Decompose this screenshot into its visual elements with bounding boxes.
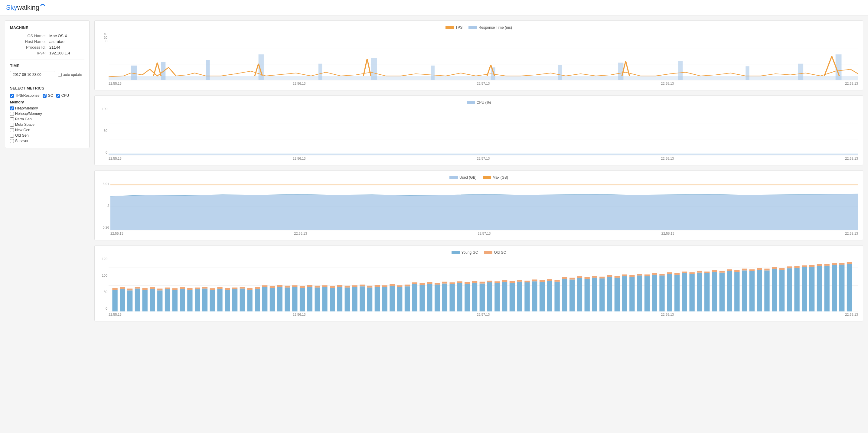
svg-rect-172 <box>629 277 634 311</box>
svg-rect-171 <box>622 275 627 276</box>
svg-rect-113 <box>405 284 410 286</box>
auto-update-checkbox[interactable] <box>58 73 62 77</box>
svg-rect-78 <box>277 287 282 311</box>
memory-newgen-checkbox[interactable] <box>10 128 14 132</box>
svg-rect-10 <box>371 58 377 80</box>
auto-update-label[interactable]: auto update <box>58 72 82 77</box>
memory-noheap[interactable]: Noheap/Memory <box>10 112 84 116</box>
svg-rect-203 <box>742 269 747 270</box>
metrics-section: SELECT METRICS TPS/Response GC CPU Memor… <box>10 86 84 143</box>
gc-chart-container: // This SVG is static representation <box>108 257 858 311</box>
memory-oldgen[interactable]: Old Gen <box>10 133 84 137</box>
svg-rect-175 <box>637 274 642 275</box>
svg-rect-228 <box>839 265 844 311</box>
svg-rect-170 <box>622 276 627 311</box>
machine-label-osname: OS Name: <box>10 33 48 39</box>
svg-rect-50 <box>173 290 178 311</box>
metric-tps-checkbox[interactable] <box>10 94 14 98</box>
svg-rect-212 <box>779 270 784 311</box>
svg-rect-117 <box>420 283 425 285</box>
memory-permgen-checkbox[interactable] <box>10 117 14 121</box>
memory-heap-checkbox[interactable] <box>10 106 14 111</box>
tps-chart-container <box>108 32 858 81</box>
machine-field-ipv4: IPv4: 192.168.1.4 <box>10 50 84 56</box>
svg-rect-100 <box>360 286 365 311</box>
cpu-swatch <box>467 101 475 104</box>
old-gc-legend-label: Old GC <box>494 250 506 255</box>
max-legend-label: Max (GB) <box>493 175 508 180</box>
svg-rect-57 <box>195 287 200 289</box>
svg-rect-174 <box>637 275 642 311</box>
time-section-title: TIME <box>10 63 84 68</box>
svg-rect-167 <box>607 275 612 277</box>
used-legend-label: Used (GB) <box>459 175 477 180</box>
memory-survivor[interactable]: Survivor <box>10 139 84 143</box>
memory-oldgen-checkbox[interactable] <box>10 134 14 137</box>
memory-permgen[interactable]: Perm Gen <box>10 117 84 121</box>
svg-rect-73 <box>255 287 260 289</box>
svg-rect-181 <box>659 274 664 275</box>
old-gc-swatch <box>484 251 492 254</box>
svg-rect-216 <box>794 268 799 311</box>
svg-rect-114 <box>412 284 417 311</box>
svg-rect-118 <box>427 284 432 311</box>
auto-update-text: auto update <box>63 72 82 77</box>
tps-legend-label: TPS <box>456 25 462 30</box>
time-input-row: auto update <box>10 71 84 78</box>
svg-rect-180 <box>659 275 664 311</box>
memory-x-labels: 22:55:13 22:56:13 22:57:13 22:58:13 22:5… <box>111 231 858 235</box>
svg-rect-198 <box>727 271 732 311</box>
memory-heap-label: Heap/Memory <box>15 106 38 111</box>
memory-legend: Used (GB) Max (GB) <box>99 175 858 180</box>
svg-rect-196 <box>719 273 725 311</box>
svg-rect-89 <box>314 286 320 287</box>
svg-rect-227 <box>832 263 837 265</box>
logo-sky: Sky <box>6 4 17 11</box>
svg-rect-11 <box>431 66 435 80</box>
svg-rect-144 <box>524 282 530 311</box>
memory-metaspace[interactable]: Meta Space <box>10 122 84 127</box>
metric-tps-response[interactable]: TPS/Response <box>10 93 40 98</box>
svg-rect-177 <box>645 275 650 276</box>
svg-rect-49 <box>165 287 170 289</box>
memory-survivor-checkbox[interactable] <box>10 139 14 143</box>
metric-gc[interactable]: GC <box>43 93 53 98</box>
svg-rect-52 <box>180 289 185 311</box>
metric-cpu[interactable]: CPU <box>56 93 69 98</box>
svg-rect-145 <box>524 281 530 282</box>
memory-oldgen-label: Old Gen <box>15 133 29 137</box>
svg-rect-185 <box>675 273 680 275</box>
svg-rect-213 <box>779 268 784 270</box>
memory-heap[interactable]: Heap/Memory <box>10 106 84 111</box>
svg-rect-122 <box>442 284 447 311</box>
cpu-legend-label: CPU (%) <box>477 100 491 104</box>
max-swatch <box>483 176 491 179</box>
metric-gc-checkbox[interactable] <box>43 94 46 98</box>
machine-label-hostname: Host Name: <box>10 39 48 44</box>
memory-chart-container <box>111 182 858 230</box>
time-section: TIME auto update <box>10 63 84 78</box>
metric-cpu-checkbox[interactable] <box>56 94 60 98</box>
svg-rect-189 <box>689 272 694 274</box>
memory-newgen[interactable]: New Gen <box>10 128 84 132</box>
svg-rect-207 <box>757 268 762 270</box>
chart-cpu: CPU (%) 100 50 0 <box>94 95 863 165</box>
machine-value-processid: 21144 <box>48 44 84 50</box>
svg-rect-149 <box>539 280 545 282</box>
time-input[interactable] <box>10 71 55 78</box>
svg-rect-163 <box>592 276 597 278</box>
tps-legend: TPS Response Time (ms) <box>99 25 858 30</box>
svg-rect-53 <box>180 287 185 289</box>
memory-noheap-checkbox[interactable] <box>10 112 14 116</box>
metric-cpu-label: CPU <box>61 93 69 98</box>
chart-gc: Young GC Old GC 129 100 50 0 <box>94 245 863 321</box>
machine-field-processid: Process Id: 21144 <box>10 44 84 50</box>
svg-rect-142 <box>517 282 522 311</box>
gc-legend: Young GC Old GC <box>99 250 858 255</box>
svg-rect-157 <box>569 278 575 279</box>
svg-rect-214 <box>787 268 792 311</box>
memory-metaspace-checkbox[interactable] <box>10 123 14 127</box>
svg-rect-74 <box>262 287 267 311</box>
svg-rect-59 <box>202 287 208 288</box>
svg-rect-183 <box>667 272 672 274</box>
